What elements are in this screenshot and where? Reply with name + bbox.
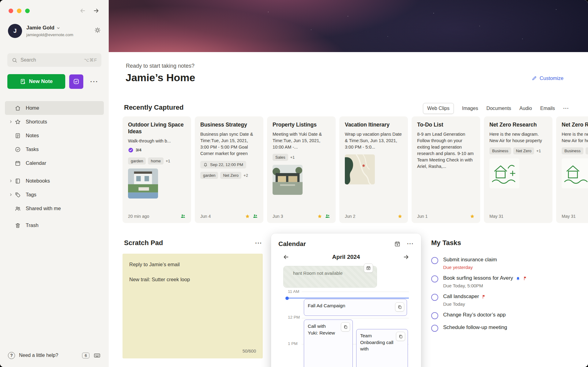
scratch-pad-more-button[interactable]: ··· (255, 240, 262, 247)
note-card-outdoor-living[interactable]: Outdoor Living Space Ideas Walk-through … (123, 116, 191, 223)
sidebar-item-tags[interactable]: Tags (5, 188, 104, 202)
gear-icon[interactable] (94, 24, 101, 33)
note-thumbnail-patio (128, 168, 158, 199)
filter-images[interactable]: Images (462, 106, 478, 111)
note-card-snippet: Wrap up vacation plans Date & Time:Sun, … (345, 131, 402, 150)
chevron-right-icon[interactable] (7, 179, 15, 183)
tag-list: garden Net Zero +2 (200, 172, 258, 179)
customize-button[interactable]: Customize (532, 75, 564, 81)
forward-icon[interactable] (93, 7, 100, 14)
banner-stars (109, 0, 109, 1)
note-date: 20 min ago (128, 214, 149, 219)
sidebar-item-shortcuts[interactable]: Shortcuts (5, 115, 104, 129)
chevron-right-icon[interactable] (7, 120, 15, 124)
capture-filters: Web Clips Images Documents Audio Emails … (423, 103, 569, 114)
tag[interactable]: Net Zero (513, 147, 534, 154)
sidebar-item-notes[interactable]: Notes (5, 129, 104, 142)
filter-documents[interactable]: Documents (486, 106, 511, 111)
zoom-button[interactable] (25, 9, 30, 13)
tag[interactable]: Net Zero (220, 172, 241, 179)
calendar-more-button[interactable]: ··· (407, 240, 414, 247)
filter-audio[interactable]: Audio (519, 106, 532, 111)
task-row[interactable]: Book surfing lessons for Avery Due Today… (431, 275, 575, 288)
trash-icon (15, 222, 24, 229)
note-plus-icon (20, 78, 26, 85)
hour-gridline (302, 318, 409, 318)
note-copy-button[interactable] (341, 322, 350, 331)
task-checkbox[interactable] (431, 312, 438, 319)
sidebar-item-notebooks[interactable]: Notebooks (5, 174, 104, 188)
add-to-calendar-button[interactable] (364, 263, 373, 273)
note-thumbnail-diagram (489, 158, 519, 188)
note-card-property-listings[interactable]: Property Listings Meeting with Yuki Date… (267, 116, 336, 223)
search-shortcut: ⌥⌘F (84, 58, 97, 62)
previous-month-icon[interactable] (283, 254, 289, 260)
note-thumbnail-house (273, 165, 303, 195)
help-badge[interactable]: 6 (82, 353, 89, 358)
calendar-plus-icon (366, 266, 371, 271)
task-row[interactable]: Schedule follow-up meeting (431, 324, 575, 332)
tag[interactable]: Net Zero (586, 147, 588, 154)
scratch-pad-note[interactable]: Reply to Jamie’s email New trail: Sutter… (123, 254, 263, 358)
sidebar-item-trash[interactable]: Trash (5, 218, 104, 232)
tag[interactable]: Sales (273, 154, 288, 161)
calendar-event-fall-ad-campaign[interactable]: Fall Ad Campaign (304, 299, 407, 316)
avatar[interactable]: J (8, 24, 22, 38)
note-card-net-zero-research-2[interactable]: Net Zero Research Here is the new diagra… (556, 116, 588, 223)
star-icon (15, 119, 24, 125)
task-row[interactable]: Submit insurance claim Due yesterday (431, 257, 575, 270)
filters-more-button[interactable]: ··· (563, 106, 569, 111)
calendar-widget-title: Calendar (278, 240, 306, 248)
tag[interactable]: Business (489, 147, 511, 154)
search-input[interactable]: Search ⌥⌘F (7, 53, 101, 67)
note-card-business-strategy[interactable]: Business Strategy Business plan sync Dat… (195, 116, 263, 223)
back-icon[interactable] (79, 7, 86, 14)
note-thumbnail-map (345, 154, 375, 184)
calendar-day-view[interactable]: hant Room not available 11 AM 12 PM 1 PM… (271, 261, 421, 367)
account-switcher[interactable]: J Jamie Gold jamiegold@evernote.com (8, 24, 101, 38)
tag[interactable]: garden (128, 157, 146, 165)
chevron-right-icon[interactable] (7, 193, 15, 197)
filter-emails[interactable]: Emails (540, 106, 555, 111)
new-note-button[interactable]: New Note (7, 74, 65, 89)
sidebar-item-home[interactable]: Home (5, 101, 104, 115)
task-due-date: Due Today (443, 301, 486, 307)
task-checkbox[interactable] (431, 257, 438, 264)
note-copy-button[interactable] (396, 332, 405, 341)
task-checkbox[interactable] (431, 325, 438, 332)
task-checkbox[interactable] (431, 294, 438, 301)
minimize-button[interactable] (17, 9, 21, 13)
reminder-chip: Sep 22, 12:00 PM (200, 161, 246, 168)
tag[interactable]: Business (562, 147, 583, 154)
note-card-to-do-list[interactable]: To-Do List 8-9 am Lead Generation Follow… (412, 116, 480, 223)
close-button[interactable] (9, 9, 13, 13)
new-task-button[interactable] (69, 74, 83, 89)
star-filled-icon (470, 214, 475, 219)
note-copy-button[interactable] (395, 302, 404, 312)
help-label[interactable]: Need a little help? (19, 353, 58, 358)
tag[interactable]: garden (200, 172, 218, 179)
keyboard-icon[interactable] (93, 352, 101, 359)
filter-web-clips[interactable]: Web Clips (423, 103, 454, 114)
next-month-icon[interactable] (403, 254, 409, 260)
sidebar-item-tasks[interactable]: Tasks (5, 142, 104, 156)
calendar-event-room-unavailable[interactable]: hant Room not available (283, 266, 377, 288)
note-card-net-zero-research[interactable]: Net Zero Research Here is the new diagra… (484, 116, 552, 223)
note-card-vacation-itinerary[interactable]: Vacation Itinerary Wrap up vacation plan… (339, 116, 408, 223)
sidebar-more-button[interactable]: ··· (87, 74, 101, 89)
traffic-lights (9, 9, 30, 13)
note-date: Jun 3 (273, 214, 283, 219)
sidebar-item-calendar[interactable]: Calendar (5, 156, 104, 170)
calendar-event-call-with-yuki[interactable]: Call with Yuki: Review (304, 320, 353, 367)
sidebar-item-shared-with-me[interactable]: Shared with me (5, 202, 104, 215)
notebook-icon (15, 178, 24, 184)
calendar-plus-icon[interactable] (394, 241, 401, 247)
task-row[interactable]: Call landscaper Due Today (431, 293, 575, 307)
user-name: Jamie Gold (26, 25, 55, 31)
task-checkbox[interactable] (431, 275, 438, 282)
note-card-title: To-Do List (417, 122, 475, 128)
calendar-event-team-onboarding[interactable]: Team Onboarding call with (356, 329, 408, 367)
tag[interactable]: home (148, 157, 164, 165)
task-row[interactable]: Change Ray’s doctor’s app (431, 312, 575, 319)
help-icon[interactable]: ? (8, 352, 15, 359)
